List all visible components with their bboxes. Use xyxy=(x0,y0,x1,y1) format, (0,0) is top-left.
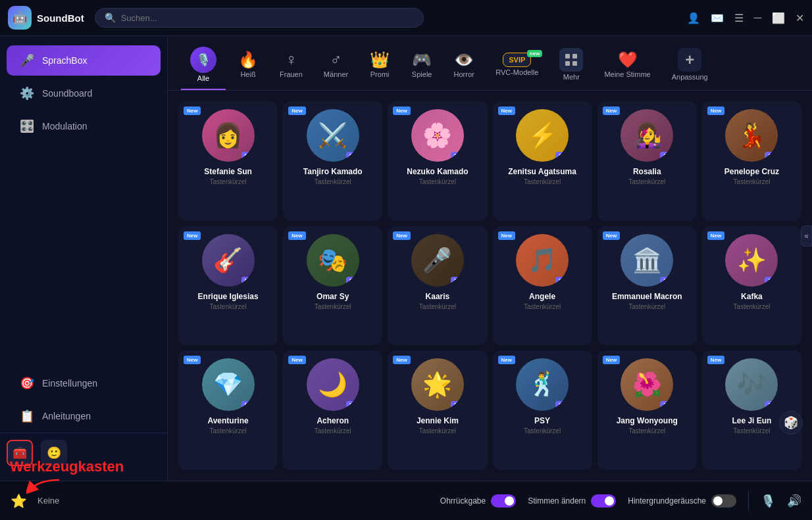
voice-name-macron: Emmanuel Macron xyxy=(612,292,682,301)
tab-label-alle: Alle xyxy=(197,74,209,82)
hintergrund-toggle[interactable] xyxy=(711,494,736,508)
voice-card-jennie[interactable]: New 🌟 AI Jennie Kim Tastenkürzel xyxy=(388,350,487,470)
avatar-stefanie: 👩 AI xyxy=(202,109,255,162)
mail-icon[interactable]: ✉️ xyxy=(711,12,724,24)
stimmen-toggle[interactable] xyxy=(591,494,616,508)
new-badge: New xyxy=(288,106,305,115)
sidebar-item-einstellungen[interactable]: 🎯 Einstellungen xyxy=(7,368,161,398)
voice-shortcut-penelope: Tastenkürzel xyxy=(733,178,770,185)
voice-card-aventurine[interactable]: New 💎 AI Aventurine Tastenkürzel xyxy=(178,350,278,470)
tab-label-horror: Horror xyxy=(454,70,474,78)
new-badge: New xyxy=(184,356,201,364)
category-tabs: 🎙️ Alle 🔥 Heiß ♀️ Frauen ♂️ Männer 👑 Pro… xyxy=(168,36,812,91)
minimize-icon[interactable]: ─ xyxy=(754,12,761,24)
bottom-bar: ⭐ Keine Ohrrückgabe Stimmen ändern Hinte… xyxy=(0,481,812,520)
voice-card-macron[interactable]: New 🏛️ AI Emmanuel Macron Tastenkürzel xyxy=(597,226,697,346)
voice-card-acheron[interactable]: New 🌙 AI Acheron Tastenkürzel xyxy=(283,350,382,470)
hintergrund-label: Hintergrundgeräusche xyxy=(628,496,706,506)
voice-card-stefanie[interactable]: New 👩 AI Stefanie Sun Tastenkürzel xyxy=(178,101,278,221)
volume-icon[interactable]: 🔊 xyxy=(787,494,801,508)
sidebar-item-anleitungen[interactable]: 📋 Anleitungen xyxy=(7,401,161,431)
avatar-penelope: 💃 AI xyxy=(725,109,778,162)
collapse-button[interactable]: « xyxy=(801,225,812,247)
tab-alle[interactable]: 🎙️ Alle xyxy=(181,43,226,90)
voice-shortcut-jennie: Tastenkürzel xyxy=(419,427,456,435)
voice-card-jang[interactable]: New 🌺 AI Jang Wonyoung Tastenkürzel xyxy=(597,350,697,470)
avatar-macron: 🏛️ AI xyxy=(621,234,673,287)
voice-card-kafka[interactable]: New ✨ AI Kafka Tastenkürzel xyxy=(702,226,801,346)
toggle-stimmen: Stimmen ändern xyxy=(528,494,616,508)
main-layout: 🎤 SprachBox ⚙️ Soundboard 🎛️ Modulation … xyxy=(0,36,812,481)
tab-anpassung[interactable]: + Anpassung xyxy=(663,44,717,89)
tab-horror[interactable]: 👁️ Horror xyxy=(444,47,484,86)
voice-grid: New 👩 AI Stefanie Sun Tastenkürzel New ⚔… xyxy=(168,91,812,481)
sidebar-label-anleitungen: Anleitungen xyxy=(42,411,91,421)
voice-card-nezuko[interactable]: New 🌸 AI Nezuko Kamado Tastenkürzel xyxy=(388,101,487,221)
voice-shortcut-angele: Tastenkürzel xyxy=(524,303,561,310)
ai-badge: AI xyxy=(241,401,252,408)
ai-badge: AI xyxy=(555,152,566,159)
tab-frauen[interactable]: ♀️ Frauen xyxy=(270,47,312,86)
maximize-icon[interactable]: ⬜ xyxy=(772,12,785,24)
voice-name-stefanie: Stefanie Sun xyxy=(204,167,252,176)
tab-label-anpassung: Anpassung xyxy=(672,73,708,81)
avatar-jennie: 🌟 AI xyxy=(411,358,464,411)
voice-name-kafka: Kafka xyxy=(741,292,763,301)
voice-card-psy[interactable]: New 🕺 AI PSY Tastenkürzel xyxy=(493,350,592,470)
new-badge: New xyxy=(288,356,305,364)
new-badge: New xyxy=(498,106,515,115)
avatar-jang: 🌺 AI xyxy=(621,358,673,411)
ohrruckgabe-toggle[interactable] xyxy=(491,494,516,508)
voice-card-lee[interactable]: New 🎶 AI Lee Ji Eun Tastenkürzel xyxy=(702,350,801,470)
voice-card-penelope[interactable]: New 💃 AI Penelope Cruz Tastenkürzel xyxy=(702,101,801,221)
star-icon: ⭐ xyxy=(11,493,27,509)
voice-name-omar: Omar Sy xyxy=(317,292,349,301)
content-area: 🎙️ Alle 🔥 Heiß ♀️ Frauen ♂️ Männer 👑 Pro… xyxy=(168,36,812,481)
voice-card-kaaris[interactable]: New 🎤 AI Kaaris Tastenkürzel xyxy=(388,226,487,346)
tab-spiele[interactable]: 🎮 Spiele xyxy=(402,47,442,86)
soundboard-icon: ⚙️ xyxy=(20,86,34,101)
search-bar[interactable]: 🔍 xyxy=(95,8,424,28)
voice-card-omar[interactable]: New 🎭 AI Omar Sy Tastenkürzel xyxy=(283,226,382,346)
avatar-tanjiro: ⚔️ AI xyxy=(307,109,359,162)
mic-icon[interactable]: 🎙️ xyxy=(761,494,775,508)
new-badge: New xyxy=(288,231,305,240)
avatar-nezuko: 🌸 AI xyxy=(411,109,464,162)
tab-manner[interactable]: ♂️ Männer xyxy=(315,47,357,86)
sidebar-item-soundboard[interactable]: ⚙️ Soundboard xyxy=(7,78,161,108)
ai-badge: AI xyxy=(555,277,566,284)
voice-card-tanjiro[interactable]: New ⚔️ AI Tanjiro Kamado Tastenkürzel xyxy=(283,101,382,221)
sidebar-item-modulation[interactable]: 🎛️ Modulation xyxy=(7,111,161,141)
voice-card-enrique[interactable]: New 🎸 AI Enrique Iglesias Tastenkürzel xyxy=(178,226,278,346)
emoji-button[interactable]: 🙂 xyxy=(41,440,67,466)
toolbox-button[interactable]: 🧰 xyxy=(7,440,33,466)
avatar-omar: 🎭 AI xyxy=(307,234,359,287)
new-badge: New xyxy=(184,231,201,240)
sidebar-item-sprachbox[interactable]: 🎤 SprachBox xyxy=(7,45,161,76)
titlebar-actions: 👤 ✉️ ☰ ─ ⬜ ✕ xyxy=(687,12,804,24)
tab-rvc[interactable]: new SVIP RVC-Modelle xyxy=(486,49,547,84)
ai-badge: AI xyxy=(765,401,775,408)
search-input[interactable] xyxy=(121,13,414,23)
tab-promi[interactable]: 👑 Promi xyxy=(360,47,399,86)
close-icon[interactable]: ✕ xyxy=(796,12,804,24)
sidebar-label-soundboard: Soundboard xyxy=(42,88,92,99)
voice-card-zenitsu[interactable]: New ⚡ AI Zenitsu Agatsuma Tastenkürzel xyxy=(493,101,592,221)
tab-heis[interactable]: 🔥 Heiß xyxy=(228,47,268,86)
voice-card-rosalia[interactable]: New 👩‍🎤 AI Rosalia Tastenkürzel xyxy=(597,101,697,221)
menu-icon[interactable]: ☰ xyxy=(734,12,744,24)
voice-card-angele[interactable]: New 🎵 AI Angele Tastenkürzel xyxy=(493,226,592,346)
avatar-aventurine: 💎 AI xyxy=(202,358,255,411)
avatar-angele: 🎵 AI xyxy=(516,234,569,287)
tab-label-promi: Promi xyxy=(370,70,390,78)
dice-button[interactable]: 🎲 xyxy=(779,411,803,435)
tab-label-meine: Meine Stimme xyxy=(604,70,650,78)
tab-mehr[interactable]: Mehr xyxy=(550,44,592,89)
voice-shortcut-omar: Tastenkürzel xyxy=(315,303,351,310)
user-icon[interactable]: 👤 xyxy=(687,12,700,24)
voice-name-enrique: Enrique Iglesias xyxy=(198,292,259,301)
tab-label-manner: Männer xyxy=(324,70,348,78)
stimmen-label: Stimmen ändern xyxy=(528,496,586,506)
tab-meine-stimme[interactable]: ❤️ Meine Stimme xyxy=(595,47,659,86)
new-badge: New xyxy=(603,106,620,115)
